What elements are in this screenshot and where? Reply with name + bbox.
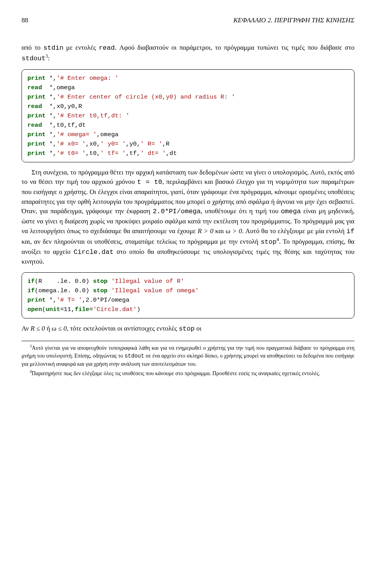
code-text: ,dt (166, 150, 177, 157)
chapter-title: ΚΕΦΑΛΑΙΟ 2. ΠΕΡΙΓΡΑΦΗ ΤΗΣ ΚΙΝΗΣΗΣ (233, 16, 354, 25)
inline-code: 2.0*PI/omega (153, 208, 201, 215)
keyword: read (27, 84, 42, 91)
inline-code: if (347, 228, 354, 235)
inline-code: read (99, 44, 115, 52)
code-text (108, 287, 111, 294)
keyword: stop (93, 287, 107, 294)
keyword: read (27, 103, 42, 110)
inline-code: Circle.dat (74, 248, 114, 256)
footnote-4: 4Παρατηρήστε πως δεν ελέγξαμε όλες τις υ… (22, 369, 354, 378)
text: : (48, 54, 50, 62)
code-text: *, (46, 131, 57, 138)
string-literal: '# Enter t0,tf,dt: ' (56, 112, 129, 119)
inline-code: stop (179, 325, 195, 333)
keyword: if (27, 287, 35, 294)
string-literal: '# x0= ' (56, 140, 85, 147)
inline-code: stdout (22, 55, 45, 62)
code-block-1: print *,'# Enter omega: ' read *,omega p… (22, 69, 354, 162)
inline-code: stdin (43, 44, 63, 52)
keyword: print (27, 112, 46, 119)
code-text (108, 278, 111, 285)
code-text: *, (46, 297, 57, 304)
string-literal: '# Enter omega: ' (56, 75, 118, 82)
code-text: *,omega (42, 84, 75, 91)
paragraph-2: Στη συνέχεια, το πρόγραμμα θέτει την αρχ… (22, 168, 354, 267)
code-text: *,t0,tf,dt (42, 122, 86, 129)
keyword: if (27, 278, 35, 285)
code-text: (R .le. 0.0) (35, 278, 93, 285)
code-text: *,x0,y0,R (42, 103, 82, 110)
keyword: print (27, 150, 46, 157)
code-text: *, (46, 94, 57, 101)
paragraph-1: από το stdin με εντολές read. Αφού διαβα… (22, 43, 354, 64)
math: R ≤ 0 (31, 325, 45, 332)
text: οι (195, 325, 201, 332)
keyword: print (27, 75, 46, 82)
text: ή (45, 325, 52, 332)
math: ω ≤ 0 (52, 325, 67, 332)
code-text: *, (46, 150, 57, 157)
string-literal: 'Circle.dat' (93, 306, 137, 313)
text: και (213, 227, 226, 235)
text: , τότε εκτελούνται οι αντίστοιχες εντολέ… (67, 325, 179, 332)
keyword: print (27, 94, 46, 101)
code-text: *, (46, 112, 57, 119)
string-literal: ' y0= ' (100, 140, 126, 147)
keyword: stop (93, 278, 107, 285)
keyword: unit (46, 306, 60, 313)
code-text: ,tf, (126, 150, 140, 157)
code-text: ,y0, (126, 140, 140, 147)
inline-code: omega (281, 208, 301, 215)
inline-code: stdout (125, 353, 144, 359)
page-number: 88 (22, 16, 28, 25)
math: R > 0 (198, 227, 213, 235)
text: , υποθέτουμε ότι η τιμή του (201, 207, 281, 215)
inline-code: stop (260, 238, 277, 246)
text: και, αν δεν πληρούνται οι υποθέσεις, στα… (22, 238, 260, 245)
footnote-separator (22, 341, 354, 341)
code-text: *, (46, 75, 57, 82)
string-literal: ' tf= ' (100, 150, 126, 157)
keyword: print (27, 140, 46, 147)
keyword: file (75, 306, 89, 313)
text: από το (22, 44, 43, 51)
code-text: *, (46, 140, 57, 147)
text: . Αφού διαβαστούν οι παράμετροι, το πρόγ… (115, 44, 354, 51)
string-literal: 'Illegal value of omega' (111, 287, 199, 294)
keyword: print (27, 131, 46, 138)
code-text: ,x0, (86, 140, 100, 147)
keyword: open (27, 306, 42, 313)
code-text: ( (42, 306, 45, 313)
string-literal: '# Enter center of circle (x0,y0) and ra… (56, 94, 235, 101)
text: Παρατηρήστε πως δεν ελέγξαμε όλες τις υπ… (32, 370, 320, 376)
text: . Αυτό θα το ελέγξουμε με μία εντολή (242, 227, 347, 235)
string-literal: ' R= ' (140, 140, 162, 147)
text: Αν (22, 325, 31, 332)
keyword: print (27, 297, 46, 304)
keyword: read (27, 122, 42, 129)
code-text: ,R (162, 140, 170, 147)
code-text: ,2.0*PI/omega (82, 297, 130, 304)
page-header: 88 ΚΕΦΑΛΑΙΟ 2. ΠΕΡΙΓΡΑΦΗ ΤΗΣ ΚΙΝΗΣΗΣ (22, 16, 354, 25)
code-text: ,omega (97, 131, 119, 138)
code-text: =11, (60, 306, 75, 313)
text: με εντολές (63, 44, 99, 51)
string-literal: '# omega= ' (56, 131, 96, 138)
footnote-3: 3Αυτό γίνεται για να αποφευχθούν τυπογρα… (22, 343, 354, 368)
code-block-2: if(R .le. 0.0) stop 'Illegal value of R'… (22, 272, 354, 318)
string-literal: 'Illegal value of R' (111, 278, 184, 285)
code-text: ,t0, (86, 150, 100, 157)
code-text: (omega.le. 0.0) (35, 287, 93, 294)
string-literal: '# T= ' (56, 297, 82, 304)
code-text: = (89, 306, 93, 313)
paragraph-3: Αν R ≤ 0 ή ω ≤ 0, τότε εκτελούνται οι αν… (22, 324, 354, 334)
inline-code: t = t0 (137, 178, 162, 186)
code-text: ) (137, 306, 140, 313)
string-literal: '# t0= ' (56, 150, 85, 157)
string-literal: ' dt= ' (140, 150, 166, 157)
math: ω > 0 (226, 227, 242, 235)
